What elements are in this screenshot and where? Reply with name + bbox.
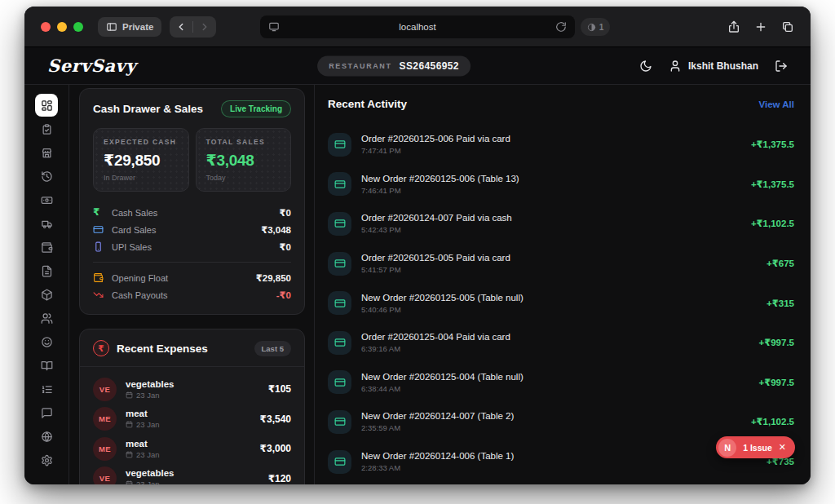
user-icon	[669, 60, 682, 73]
drawer-row-value: ₹29,850	[256, 272, 291, 284]
sidebar-nav-item[interactable]	[35, 188, 58, 211]
sidebar-nav-item[interactable]	[35, 141, 58, 164]
browser-window: Private localhost 1 ServSavy RESTAURANT …	[24, 7, 811, 484]
app-logo[interactable]: ServSavy	[47, 55, 136, 76]
activity-row[interactable]: New Order #20260125-006 (Table 13) 7:46:…	[328, 165, 794, 205]
view-all-link[interactable]: View All	[759, 99, 794, 109]
stat-sublabel: In Drawer	[104, 174, 179, 182]
dashboard-icon	[41, 99, 53, 112]
divider	[192, 21, 193, 33]
sidebar-nav-item[interactable]	[35, 307, 58, 329]
card-icon	[328, 212, 351, 236]
zoom-window-button[interactable]	[73, 22, 83, 32]
activity-row[interactable]: New Order #20260125-004 (Table null) 6:3…	[328, 363, 794, 403]
nav-buttons	[170, 16, 216, 38]
recent-activity-panel: Recent Activity View All Order #20260125…	[315, 85, 811, 484]
sidebar-nav-item[interactable]	[35, 378, 58, 400]
expense-row[interactable]: ME meat 23 Jan ₹3,540	[93, 405, 291, 435]
activity-row[interactable]: New Order #20260125-005 (Table null) 5:4…	[328, 283, 794, 323]
recent-expenses-title: Recent Expenses	[117, 343, 208, 355]
activity-time: 2:28:33 AM	[361, 463, 514, 472]
activity-amount: +₹1,102.5	[751, 218, 794, 229]
activity-title: New Order #20260124-007 (Table 2)	[361, 411, 514, 421]
last-5-badge: Last 5	[254, 341, 291, 356]
expense-avatar: VE	[93, 466, 117, 484]
card-icon	[328, 252, 351, 276]
close-window-button[interactable]	[41, 22, 51, 32]
rupee-circle-icon: ₹	[93, 340, 109, 356]
share-icon[interactable]	[727, 20, 740, 33]
sidebar-nav-item[interactable]	[35, 94, 58, 117]
activity-row[interactable]: Order #20260124-007 Paid via cash 5:42:4…	[328, 204, 794, 244]
sidebar-nav-item[interactable]	[35, 425, 58, 448]
package-icon	[41, 289, 53, 301]
forward-button[interactable]	[199, 21, 210, 33]
drawer-row-label: Cash Payouts	[112, 290, 268, 300]
divider	[93, 262, 291, 263]
calendar-icon	[126, 451, 133, 458]
activity-amount: +₹315	[767, 298, 794, 309]
user-menu[interactable]: Ikshit Bhushan	[669, 60, 758, 73]
tab-overview-icon[interactable]	[781, 20, 794, 33]
activity-time: 6:39:16 AM	[361, 344, 510, 353]
back-button[interactable]	[175, 21, 187, 33]
activity-time: 5:40:46 PM	[361, 305, 524, 314]
profile-icon	[587, 23, 596, 32]
activity-row[interactable]: Order #20260125-004 Paid via card 6:39:1…	[328, 323, 794, 363]
main-content: Cash Drawer & Sales Live Tracking EXPECT…	[24, 85, 811, 484]
message-square-icon	[41, 407, 53, 419]
sidebar-nav-item[interactable]	[35, 401, 58, 424]
truck-icon	[41, 218, 53, 230]
sidebar-nav-item[interactable]	[35, 212, 58, 235]
activity-title: New Order #20260125-006 (Table 13)	[361, 174, 519, 183]
store-icon	[41, 147, 53, 159]
stat-tiles: EXPECTED CASH ₹29,850 In Drawer TOTAL SA…	[93, 128, 291, 192]
sidebar-nav-item[interactable]	[35, 165, 58, 188]
issues-close-button[interactable]: ✕	[779, 442, 786, 453]
activity-row[interactable]: Order #20260125-005 Paid via card 5:41:5…	[328, 244, 794, 284]
stat-label: EXPECTED CASH	[104, 138, 179, 146]
drawer-row-value: ₹3,048	[261, 224, 291, 236]
drawer-row: Cash Payouts -₹0	[93, 286, 291, 303]
minimize-window-button[interactable]	[57, 22, 67, 32]
stat-value: ₹3,048	[206, 151, 281, 170]
drawer-row-value: -₹0	[276, 290, 291, 301]
expense-row[interactable]: VE vegetables 23 Jan ₹105	[93, 374, 291, 405]
logout-button[interactable]	[775, 60, 788, 73]
sidebar-nav-item[interactable]	[35, 117, 58, 140]
card-icon	[328, 172, 351, 196]
activity-row[interactable]: Order #20260125-006 Paid via card 7:47:4…	[328, 125, 794, 165]
theme-toggle-button[interactable]	[639, 60, 652, 73]
expense-row[interactable]: ME meat 23 Jan ₹3,000	[93, 434, 291, 464]
tab-group-indicator[interactable]: 1	[581, 18, 610, 36]
activity-amount: +₹997.5	[759, 377, 795, 388]
settings-icon	[41, 454, 53, 466]
page-settings-icon[interactable]	[268, 21, 280, 33]
expense-name: vegetables	[126, 379, 174, 389]
new-tab-icon[interactable]	[754, 20, 767, 33]
expense-list: VE vegetables 23 Jan ₹105 ME	[93, 367, 291, 484]
activity-list: Order #20260125-006 Paid via card 7:47:4…	[328, 125, 794, 481]
drawer-row-label: UPI Sales	[112, 242, 272, 252]
drawer-row: Opening Float ₹29,850	[93, 269, 291, 286]
restaurant-label: RESTAURANT	[329, 62, 391, 70]
sidebar-nav-item[interactable]	[35, 354, 58, 377]
dev-issues-badge[interactable]: N 1 Issue ✕	[716, 436, 795, 458]
reload-icon[interactable]	[555, 21, 567, 33]
address-bar[interactable]: localhost	[260, 15, 575, 38]
expense-avatar: VE	[93, 378, 117, 401]
activity-time: 6:38:44 AM	[361, 384, 524, 393]
wallet-icon	[41, 241, 53, 254]
sidebar-nav-item[interactable]	[35, 330, 58, 353]
drawer-row: Card Sales ₹3,048	[93, 221, 291, 238]
sidebar-nav-item[interactable]	[35, 283, 58, 306]
sidebar-nav-item[interactable]	[35, 449, 58, 471]
file-text-icon	[41, 265, 53, 277]
sidebar-nav-item[interactable]	[35, 259, 58, 282]
expense-row[interactable]: VE vegetables 23 Jan ₹120	[93, 464, 291, 485]
private-browsing-badge[interactable]: Private	[98, 17, 161, 37]
sidebar-nav-item[interactable]	[35, 236, 58, 259]
sidebar-toggle-icon	[106, 21, 117, 33]
activity-title: Order #20260124-007 Paid via cash	[361, 213, 512, 223]
sidebar-nav	[24, 85, 69, 484]
